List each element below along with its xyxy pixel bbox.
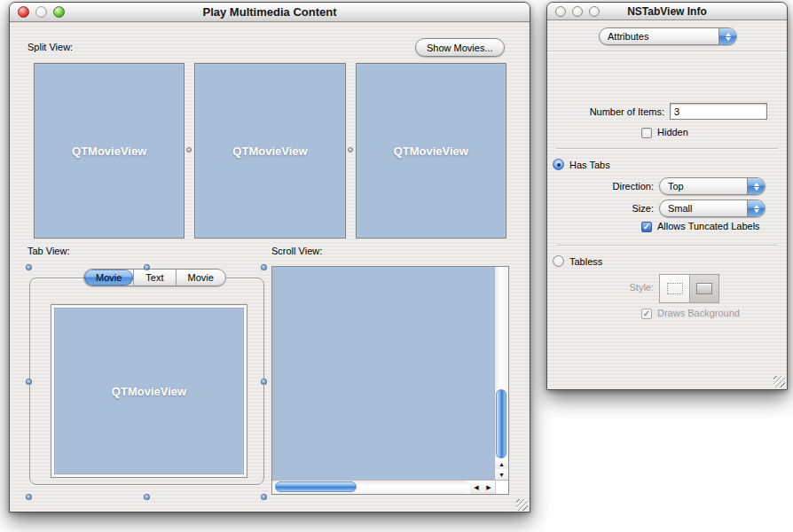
allows-truncated-labels-label: Allows Tuncated Labels (657, 221, 760, 231)
allows-truncated-labels-checkbox[interactable]: ✓ (641, 222, 652, 232)
movie-pane[interactable]: QTMovieView (34, 63, 185, 239)
tabless-radio[interactable] (553, 255, 564, 267)
close-button[interactable] (555, 6, 566, 17)
titlebar[interactable]: NSTabView Info (547, 3, 787, 20)
show-movies-button[interactable]: Show Movies... (415, 38, 505, 57)
checkmark-icon: ✓ (643, 309, 650, 318)
scroll-view-label: Scroll View: (271, 246, 322, 256)
inspector-pane-select[interactable]: Attributes (599, 27, 737, 45)
window-title: Play Multimedia Content (203, 5, 337, 19)
scroll-view: ▲ ▼ ◀ ▶ (271, 266, 509, 495)
scroll-right-button[interactable]: ▶ (483, 481, 495, 494)
scroll-up-button[interactable]: ▲ (495, 458, 508, 469)
has-tabs-radio[interactable] (553, 159, 564, 170)
selection-handle[interactable] (26, 494, 32, 500)
style-bezel-segment[interactable] (689, 275, 718, 302)
selection-handle[interactable] (26, 379, 32, 385)
arrow-up-icon: ▲ (499, 461, 505, 467)
window-controls (18, 6, 65, 18)
splitter-dimple-icon (348, 147, 353, 153)
tab-label: Text (145, 272, 163, 283)
selection-handle[interactable] (26, 264, 32, 270)
popup-value: Top (660, 181, 747, 192)
vertical-scrollbar[interactable]: ▲ ▼ (495, 267, 508, 480)
tab-content-bezel: QTMovieView (51, 304, 247, 478)
tab-movie-1[interactable]: Movie (84, 270, 133, 286)
style-segmented-control (659, 274, 719, 303)
popup-value: Small (660, 203, 747, 214)
scroll-left-button[interactable]: ◀ (470, 481, 483, 494)
number-of-items-input[interactable] (670, 103, 767, 120)
size-select[interactable]: Small (659, 200, 766, 217)
style-label: Style: (547, 282, 654, 293)
tab-strip: Movie Text Movie (83, 269, 226, 286)
arrow-down-icon: ▼ (499, 472, 505, 478)
tab-text[interactable]: Text (133, 270, 175, 286)
arrow-left-icon: ◀ (474, 484, 478, 491)
tab-view-label: Tab View: (27, 246, 70, 256)
radio-dot-icon (557, 163, 561, 167)
horizontal-scrollbar[interactable] (272, 481, 470, 494)
tab-label: Movie (96, 272, 122, 283)
split-divider[interactable] (185, 63, 194, 239)
direction-label: Direction: (547, 181, 654, 192)
dotted-rect-icon (667, 283, 683, 294)
movie-pane-label: QTMovieView (72, 145, 146, 158)
selection-handle[interactable] (261, 494, 267, 500)
window-controls (555, 6, 600, 17)
minimize-button[interactable] (572, 6, 583, 17)
zoom-button[interactable] (53, 6, 65, 18)
scroll-down-button[interactable]: ▼ (495, 469, 508, 480)
movie-pane-label: QTMovieView (112, 385, 186, 398)
hidden-checkbox[interactable] (641, 128, 652, 138)
inspector-window: NSTabView Info Attributes Number of Item… (546, 2, 788, 390)
zoom-button[interactable] (589, 6, 600, 17)
minimize-button[interactable] (35, 6, 47, 18)
window-resize-grip[interactable] (516, 499, 528, 511)
horizontal-scrollbar-thumb[interactable] (275, 481, 357, 492)
tab-movie-2[interactable]: Movie (176, 270, 225, 286)
checkmark-icon: ✓ (643, 223, 650, 231)
close-button[interactable] (18, 6, 29, 18)
size-label: Size: (547, 203, 654, 214)
popup-arrows-icon (747, 178, 765, 194)
window-resize-grip[interactable] (773, 376, 785, 387)
titlebar[interactable]: Play Multimedia Content (10, 3, 530, 22)
popup-value: Attributes (600, 31, 718, 42)
split-view-label: Split View: (27, 42, 73, 52)
scroll-view-content[interactable] (272, 267, 495, 480)
movie-pane-label: QTMovieView (232, 145, 307, 158)
selection-handle[interactable] (144, 494, 150, 500)
draws-background-checkbox[interactable]: ✓ (641, 309, 652, 319)
movie-pane[interactable]: QTMovieView (54, 308, 244, 474)
number-of-items-label: Number of Items: (547, 106, 664, 117)
tab-label: Movie (188, 272, 214, 283)
draws-background-label: Draws Background (657, 308, 740, 318)
selection-handle[interactable] (261, 379, 267, 385)
tabless-label: Tabless (569, 256, 602, 267)
direction-select[interactable]: Top (659, 177, 766, 195)
window-title: NSTabView Info (627, 5, 707, 18)
hidden-label: Hidden (657, 127, 688, 137)
document-window: Play Multimedia Content Split View: Show… (9, 2, 530, 512)
bezel-rect-icon (696, 283, 712, 294)
selection-handle[interactable] (144, 264, 150, 270)
split-divider[interactable] (346, 63, 356, 239)
scrollbar-corner (495, 481, 508, 494)
selection-handle[interactable] (261, 264, 267, 270)
popup-arrows-icon (718, 28, 736, 44)
split-view: QTMovieView QTMovieView QTMovieView (34, 63, 506, 239)
movie-pane[interactable]: QTMovieView (194, 63, 345, 239)
popup-arrows-icon (747, 200, 765, 216)
vertical-scrollbar-thumb[interactable] (496, 389, 506, 458)
style-borderless-segment[interactable] (660, 275, 689, 302)
splitter-dimple-icon (186, 147, 192, 153)
movie-pane[interactable]: QTMovieView (356, 63, 506, 239)
arrow-right-icon: ▶ (486, 484, 491, 491)
movie-pane-label: QTMovieView (394, 145, 468, 158)
has-tabs-label: Has Tabs (569, 160, 610, 170)
